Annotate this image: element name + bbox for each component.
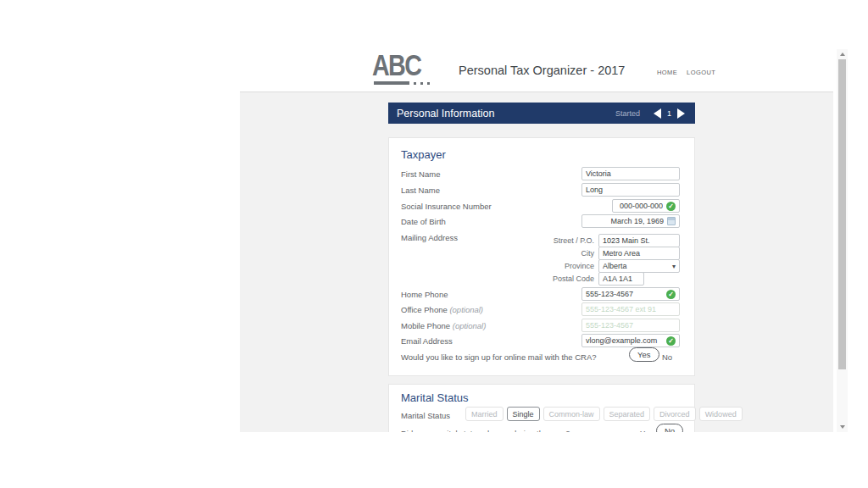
marital-option-common-law[interactable]: Common-law <box>543 407 600 421</box>
scroll-down-button[interactable] <box>837 422 848 432</box>
arrow-up-icon <box>840 53 845 56</box>
marital-options-group: Married Single Common-law Separated Divo… <box>465 407 743 421</box>
dob-input[interactable]: March 19, 1969 <box>581 214 680 228</box>
cra-question-label: Would you like to sign up for online mai… <box>401 352 597 362</box>
mobile-phone-input[interactable]: 555-123-4567 <box>581 319 680 332</box>
arrow-down-icon <box>840 425 845 429</box>
valid-check-icon: ✓ <box>666 290 676 299</box>
marital-change-question-label: Did your marital status change during th… <box>401 429 570 432</box>
office-phone-label: Office Phone (optional) <box>401 305 483 314</box>
optional-suffix: (optional) <box>453 321 487 330</box>
home-phone-input[interactable]: 555-123-4567 ✓ <box>581 287 680 301</box>
email-input[interactable]: vlong@example.com ✓ <box>581 334 680 347</box>
abc-logo-text: ABC <box>372 50 420 80</box>
page-number: 1 <box>667 109 671 118</box>
content-panel: Personal Information Started 1 Taxpayer … <box>240 92 833 432</box>
calendar-icon[interactable] <box>667 217 676 225</box>
valid-check-icon: ✓ <box>666 336 676 346</box>
email-label: Email Address <box>401 336 453 346</box>
next-page-arrow-icon[interactable] <box>677 108 685 119</box>
marital-option-separated[interactable]: Separated <box>604 407 651 421</box>
scrollbar[interactable] <box>837 49 848 432</box>
page-title: Personal Tax Organizer - 2017 <box>459 64 625 77</box>
sin-label: Social Insurance Number <box>401 202 492 211</box>
postal-code-input[interactable]: A1A 1A1 <box>598 272 644 286</box>
province-select[interactable]: Alberta ▾ <box>598 259 680 273</box>
abc-logo-underline <box>374 81 409 85</box>
valid-check-icon: ✓ <box>666 202 676 211</box>
chevron-down-icon: ▾ <box>672 263 676 270</box>
marital-card: Marital Status Marital Status Married Si… <box>388 384 695 432</box>
section-header-bar: Personal Information Started 1 <box>388 103 695 124</box>
marital-option-single[interactable]: Single <box>507 407 540 421</box>
taxpayer-card: Taxpayer First Name Victoria Last Name L… <box>388 137 695 376</box>
marital-option-widowed[interactable]: Widowed <box>699 407 743 421</box>
prev-page-arrow-icon[interactable] <box>654 108 661 119</box>
marital-heading: Marital Status <box>401 391 468 404</box>
postal-code-label: Postal Code <box>526 274 594 283</box>
abc-logo: ABC <box>372 50 431 88</box>
office-phone-input[interactable]: 555-123-4567 ext 91 <box>581 302 680 316</box>
abc-logo-dots <box>414 82 430 85</box>
mailing-address-label: Mailing Address <box>401 233 458 242</box>
section-status-badge: Started <box>615 109 640 118</box>
mobile-phone-label: Mobile Phone (optional) <box>401 321 486 330</box>
home-link[interactable]: HOME <box>657 69 677 76</box>
dob-label: Date of Birth <box>401 217 446 226</box>
first-name-input[interactable]: Victoria <box>581 167 680 180</box>
marital-option-married[interactable]: Married <box>465 407 504 421</box>
last-name-input[interactable]: Long <box>581 183 680 197</box>
marital-change-yes-option[interactable]: Yes <box>640 429 654 432</box>
top-nav: HOME LOGOUT <box>657 69 715 76</box>
marital-status-label: Marital Status <box>401 411 450 420</box>
province-label: Province <box>526 262 594 270</box>
sin-input[interactable]: 000-000-000 ✓ <box>612 199 680 213</box>
marital-option-divorced[interactable]: Divorced <box>654 407 696 421</box>
city-label: City <box>526 249 594 258</box>
city-input[interactable]: Metro Area <box>598 247 680 260</box>
cra-no-option[interactable]: No <box>662 352 672 362</box>
scroll-up-button[interactable] <box>837 49 848 59</box>
logout-link[interactable]: LOGOUT <box>687 69 715 76</box>
taxpayer-heading: Taxpayer <box>401 148 446 161</box>
screen: ABC Personal Tax Organizer - 2017 HOME L… <box>0 0 868 488</box>
street-label: Street / P.O. <box>526 236 594 245</box>
section-title: Personal Information <box>397 108 615 119</box>
first-name-label: First Name <box>401 169 440 179</box>
last-name-label: Last Name <box>401 186 440 195</box>
home-phone-label: Home Phone <box>401 290 448 299</box>
scrollbar-thumb[interactable] <box>838 59 846 369</box>
optional-suffix: (optional) <box>449 305 483 314</box>
street-input[interactable]: 1023 Main St. <box>598 234 680 247</box>
marital-change-no-option[interactable]: No <box>656 424 683 432</box>
cra-yes-option[interactable]: Yes <box>629 347 659 362</box>
